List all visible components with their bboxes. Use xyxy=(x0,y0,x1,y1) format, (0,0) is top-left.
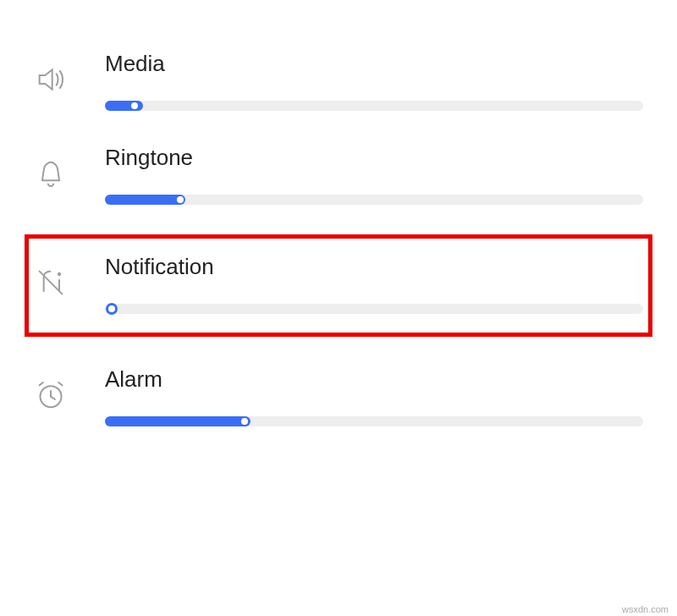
volume-slider-media[interactable] xyxy=(105,101,643,111)
volume-slider-ringtone[interactable] xyxy=(105,195,643,205)
clock-alarm-icon xyxy=(34,366,81,412)
volume-label-alarm: Alarm xyxy=(105,366,643,393)
volume-row-alarm: Alarm xyxy=(0,349,677,443)
volume-label-media: Media xyxy=(105,51,643,77)
volume-label-notification: Notification xyxy=(105,254,643,280)
bell-off-icon xyxy=(34,254,81,300)
bell-icon xyxy=(34,145,81,190)
speaker-icon xyxy=(34,51,81,96)
volume-row-notification: Notification xyxy=(20,230,657,341)
volume-slider-alarm[interactable] xyxy=(105,416,643,426)
volume-slider-notification[interactable] xyxy=(105,304,643,314)
volume-label-ringtone: Ringtone xyxy=(105,145,643,171)
svg-point-0 xyxy=(58,272,61,276)
volume-row-media: Media xyxy=(0,34,677,128)
watermark-text: wsxdn.com xyxy=(622,604,669,614)
volume-row-ringtone: Ringtone xyxy=(0,128,677,222)
